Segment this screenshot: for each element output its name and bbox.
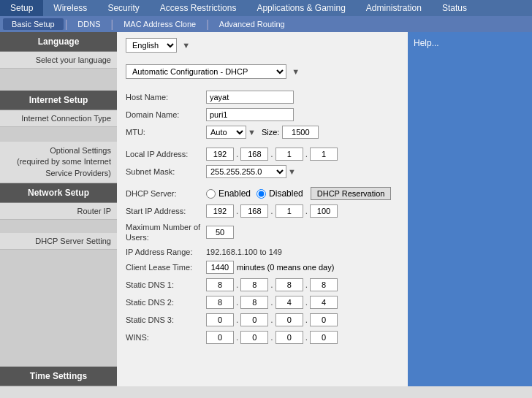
host-name-row: Host Name: [126,91,399,104]
dns2-label: Static DNS 2: [126,298,206,307]
sidebar: Language Select your language Internet S… [0,32,117,386]
local-ip-2[interactable] [240,148,268,161]
dns2-row: Static DNS 2: . . . [126,296,399,309]
mtu-dropdown-icon: ▼ [248,128,256,137]
sidebar-label-language: Select your language [0,52,117,69]
subnav-ddns[interactable]: DDNS [69,18,109,30]
ip-sep-3: . [305,149,308,159]
sidebar-section-time: Time Settings [0,367,117,386]
subnet-select[interactable]: 255.255.255.0 255.255.0.0 [206,165,286,178]
dns1-1[interactable] [206,278,234,291]
local-ip-4[interactable] [310,148,338,161]
nav-access-restrictions[interactable]: Access Restrictions [150,0,247,16]
wins-control: . . . [206,331,338,344]
nav-wireless[interactable]: Wireless [43,0,97,16]
subnav-advanced-routing[interactable]: Advanced Routing [210,18,294,30]
content: English Spanish French ▼ Automatic Confi… [117,32,408,386]
optional-settings-section: Host Name: Domain Name: MTU: Auto Manual… [126,91,399,139]
local-ip-label: Local IP Address: [126,150,206,158]
start-ip-sep-2: . [270,206,273,216]
host-name-input[interactable] [206,91,294,104]
internet-type-select[interactable]: Automatic Configuration - DHCP Static IP… [126,64,286,79]
start-ip-label: Start IP Address: [126,207,206,215]
dns1-4[interactable] [310,278,338,291]
mtu-size-input[interactable] [282,126,319,139]
start-ip-3[interactable] [276,204,303,218]
dns3-2[interactable] [240,313,268,326]
nav-applications-gaming[interactable]: Applications & Gaming [246,0,355,16]
ip-range-row: IP Address Range: 192.168.1.100 to 149 [126,248,399,256]
ip-sep-2: . [270,149,273,159]
nav-status[interactable]: Status [432,0,477,16]
max-users-input[interactable] [206,226,234,239]
subnet-dropdown-icon: ▼ [288,167,296,176]
nav-setup[interactable]: Setup [0,0,43,16]
network-section: Local IP Address: . . . Subnet Mask: 25 [126,148,399,178]
local-ip-3[interactable] [276,148,303,161]
dns1-control: . . . [206,278,338,291]
dns3-label: Static DNS 3: [126,315,206,324]
local-ip-control: . . . [206,148,338,161]
dhcp-radio-group: Enabled Disabled DHCP Reservation [206,187,391,200]
ip-range-value: 192.168.1.100 to 149 [206,248,282,256]
subnav-mac-address-clone[interactable]: MAC Address Clone [115,18,205,30]
sidebar-label-router-ip: Router IP [0,203,117,220]
internet-section: Automatic Configuration - DHCP Static IP… [126,64,399,79]
dns3-row: Static DNS 3: . . . [126,313,399,326]
sidebar-section-network: Network Setup [0,183,117,203]
start-ip-sep-1: . [235,206,239,216]
dhcp-disabled-label: Disabled [269,188,303,199]
nav-administration[interactable]: Administration [356,0,432,16]
language-dropdown-icon: ▼ [182,41,190,50]
wins-1[interactable] [206,331,234,344]
dns1-3[interactable] [276,278,303,291]
wins-3[interactable] [276,331,303,344]
dns2-2[interactable] [240,296,268,309]
dns1-2[interactable] [240,278,268,291]
nav-security[interactable]: Security [97,0,149,16]
start-ip-2[interactable] [240,204,268,218]
dhcp-reservation-button[interactable]: DHCP Reservation [311,187,392,200]
start-ip-control: . . . [206,204,338,218]
dns3-control: . . . [206,313,338,326]
subnav-basic-setup[interactable]: Basic Setup [3,18,64,30]
mtu-select[interactable]: Auto Manual [206,126,246,139]
wins-2[interactable] [240,331,268,344]
dns2-3[interactable] [276,296,303,309]
dns3-4[interactable] [310,313,338,326]
dhcp-disabled-radio[interactable] [256,189,266,199]
dns3-3[interactable] [276,313,303,326]
dhcp-server-row: DHCP Server: Enabled Disabled DHCP Reser… [126,187,399,200]
sub-nav: Basic Setup | DDNS | MAC Address Clone |… [0,16,532,32]
dhcp-section: DHCP Server: Enabled Disabled DHCP Reser… [126,187,399,344]
sidebar-section-language: Language [0,32,117,52]
start-ip-1[interactable] [206,204,234,218]
domain-name-input[interactable] [206,108,294,121]
dns2-1[interactable] [206,296,234,309]
subnet-row: Subnet Mask: 255.255.255.0 255.255.0.0 ▼ [126,165,399,178]
language-select[interactable]: English Spanish French [126,38,177,53]
size-label: Size: [262,128,279,137]
sidebar-label-internet: Internet Connection Type [0,110,117,127]
dhcp-enabled-radio[interactable] [206,189,216,199]
local-ip-1[interactable] [206,148,234,161]
dns3-1[interactable] [206,313,234,326]
wins-4[interactable] [310,331,338,344]
help-panel: Help... [408,32,532,386]
dns2-control: . . . [206,296,338,309]
max-users-label: Maximum Number of Users: [126,222,206,243]
subnav-sep-2: | [111,18,114,30]
dhcp-enabled-label: Enabled [218,188,251,199]
top-nav: Setup Wireless Security Access Restricti… [0,0,532,16]
dns1-row: Static DNS 1: . . . [126,278,399,291]
start-ip-sep-3: . [305,206,308,216]
dns2-4[interactable] [310,296,338,309]
mtu-row: MTU: Auto Manual ▼ Size: [126,126,399,139]
domain-name-label: Domain Name: [126,110,206,119]
start-ip-4[interactable] [310,204,338,218]
start-ip-row: Start IP Address: . . . [126,204,399,218]
lease-time-input[interactable] [206,261,234,274]
lease-label: Client Lease Time: [126,263,206,272]
help-title: Help... [414,38,439,48]
sidebar-section-internet: Internet Setup [0,91,117,110]
